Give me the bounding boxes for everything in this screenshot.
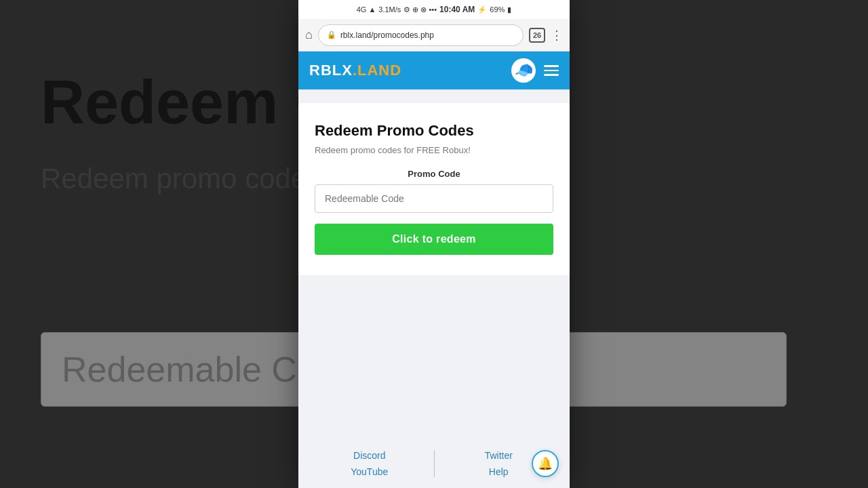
- bell-icon: 🔔: [538, 456, 553, 471]
- card-title: Redeem Promo Codes: [315, 122, 553, 140]
- help-link[interactable]: Help: [489, 466, 509, 477]
- logo-dot: .: [353, 62, 357, 79]
- logo-land: LAND: [357, 62, 401, 79]
- status-bar-content: 4G ▲ 3.1M/s ⚙ ⊕ ⊗ ••• 10:40 AM ⚡ 69% ▮: [357, 5, 512, 14]
- icons-area: ⚙ ⊕ ⊗ •••: [403, 5, 437, 14]
- lock-icon: 🔒: [327, 30, 336, 39]
- site-logo: RBLX.LAND: [309, 62, 401, 79]
- hamburger-line-3: [544, 74, 559, 76]
- twitter-link[interactable]: Twitter: [485, 450, 513, 461]
- browser-menu-button[interactable]: ⋮: [551, 28, 563, 43]
- hamburger-menu[interactable]: [544, 65, 559, 76]
- site-navbar: RBLX.LAND 🧢: [298, 52, 570, 89]
- youtube-link[interactable]: YouTube: [351, 466, 388, 477]
- logo-rblx: RBLX: [309, 62, 353, 79]
- nav-right: 🧢: [511, 58, 559, 83]
- signal-indicator: 4G ▲: [357, 5, 376, 14]
- battery-indicator: 69%: [490, 5, 505, 14]
- address-bar[interactable]: 🔒 rblx.land/promocodes.php: [318, 24, 524, 46]
- browser-chrome: ⌂ 🔒 rblx.land/promocodes.php 26 ⋮: [298, 19, 570, 52]
- site-footer: Discord YouTube Twitter Help: [298, 439, 570, 488]
- tab-count[interactable]: 26: [529, 28, 545, 43]
- discord-link[interactable]: Discord: [353, 450, 385, 461]
- notification-button[interactable]: 🔔: [532, 450, 559, 477]
- promo-code-label: Promo Code: [315, 169, 553, 179]
- home-button[interactable]: ⌂: [305, 28, 313, 42]
- bt-icon: ⚡: [477, 5, 487, 14]
- hamburger-line-2: [544, 70, 559, 72]
- top-spacer: [298, 89, 570, 103]
- footer-links: Discord YouTube Twitter Help: [305, 450, 563, 477]
- promo-code-input[interactable]: [315, 184, 553, 213]
- battery-bar: ▮: [507, 5, 511, 14]
- status-bar: 4G ▲ 3.1M/s ⚙ ⊕ ⊗ ••• 10:40 AM ⚡ 69% ▮: [298, 0, 570, 19]
- bg-overlay-right: [570, 0, 868, 488]
- time-display: 10:40 AM: [439, 5, 475, 14]
- redeem-button[interactable]: Click to redeem: [315, 224, 553, 255]
- card-subtitle: Redeem promo codes for FREE Robux!: [315, 145, 553, 155]
- footer-col-left: Discord YouTube: [305, 450, 434, 477]
- speed-indicator: 3.1M/s: [378, 5, 401, 14]
- hamburger-line-1: [544, 65, 559, 67]
- nav-avatar[interactable]: 🧢: [511, 58, 536, 83]
- url-text: rblx.land/promocodes.php: [340, 30, 434, 40]
- promo-card: Redeem Promo Codes Redeem promo codes fo…: [298, 103, 570, 275]
- phone-frame: 4G ▲ 3.1M/s ⚙ ⊕ ⊗ ••• 10:40 AM ⚡ 69% ▮ ⌂…: [298, 0, 570, 488]
- bg-overlay-left: [0, 0, 298, 488]
- bottom-spacer: [298, 275, 570, 439]
- website-content: RBLX.LAND 🧢 Redeem Promo Codes Redeem pr…: [298, 52, 570, 488]
- main-content: Redeem Promo Codes Redeem promo codes fo…: [298, 89, 570, 488]
